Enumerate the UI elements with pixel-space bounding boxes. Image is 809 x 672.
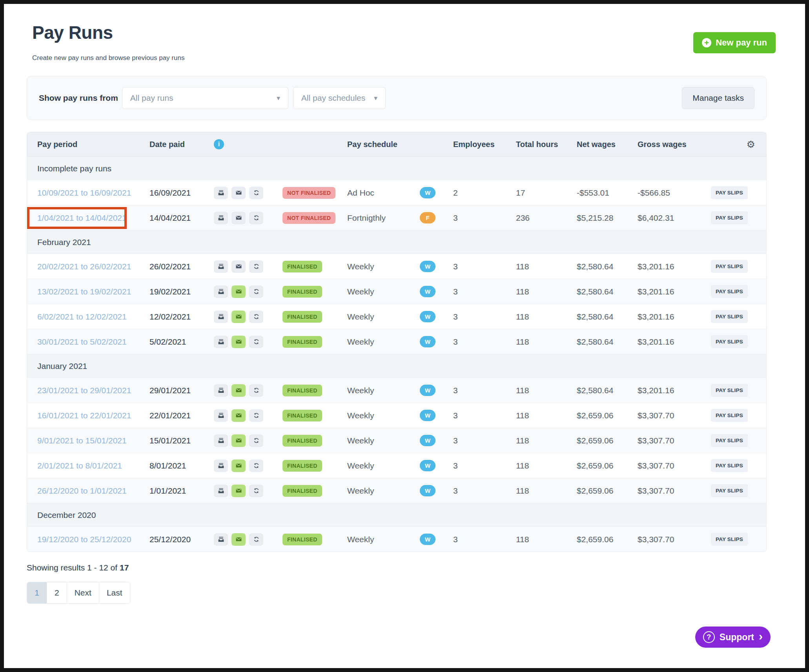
pay-slips-button[interactable]: PAY SLIPS <box>711 211 748 224</box>
refresh-icon[interactable] <box>249 311 263 323</box>
frequency-badge: W <box>420 385 435 396</box>
frequency-badge: W <box>420 187 435 198</box>
pay-period-link[interactable]: 2/01/2021 to 8/01/2021 <box>37 461 122 470</box>
refresh-icon[interactable] <box>249 384 263 397</box>
pay-period-link[interactable]: 26/12/2020 to 1/01/2021 <box>37 486 127 495</box>
support-button[interactable]: Support <box>695 627 771 648</box>
pagination-next-button[interactable]: Next <box>67 582 99 603</box>
print-icon[interactable] <box>214 187 228 199</box>
net-wages-value: $2,659.06 <box>577 436 638 445</box>
refresh-icon[interactable] <box>249 336 263 348</box>
table-row: 10/09/2021 to 16/09/2021 16/09/2021 NOT … <box>27 180 766 205</box>
refresh-icon[interactable] <box>249 187 263 199</box>
pagination-page-1[interactable]: 1 <box>27 582 47 603</box>
table-row: 19/12/2020 to 25/12/2020 25/12/2020 FINA… <box>27 527 766 552</box>
email-icon[interactable] <box>231 311 246 323</box>
print-icon[interactable] <box>214 336 228 348</box>
new-pay-run-button[interactable]: New pay run <box>693 32 776 53</box>
email-icon[interactable] <box>231 285 246 298</box>
email-icon[interactable] <box>231 187 246 199</box>
email-icon[interactable] <box>231 212 246 224</box>
pagination-page-2[interactable]: 2 <box>47 582 67 603</box>
pay-period-link[interactable]: 9/01/2021 to 15/01/2021 <box>37 436 127 445</box>
pay-period-link[interactable]: 16/01/2021 to 22/01/2021 <box>37 411 131 420</box>
print-icon[interactable] <box>214 311 228 323</box>
pay-period-link[interactable]: 23/01/2021 to 29/01/2021 <box>37 386 131 395</box>
pay-slips-button[interactable]: PAY SLIPS <box>711 186 748 199</box>
pay-runs-filter-dropdown[interactable]: All pay runs <box>122 87 288 109</box>
print-icon[interactable] <box>214 533 228 546</box>
manage-tasks-button[interactable]: Manage tasks <box>682 87 754 109</box>
pay-slips-button[interactable]: PAY SLIPS <box>711 310 748 323</box>
refresh-icon[interactable] <box>249 434 263 447</box>
pay-period-link[interactable]: 6/02/2021 to 12/02/2021 <box>37 312 127 321</box>
print-icon[interactable] <box>214 384 228 397</box>
question-mark-icon <box>703 631 715 643</box>
table-row: 23/01/2021 to 29/01/2021 29/01/2021 FINA… <box>27 378 766 403</box>
email-icon[interactable] <box>231 409 246 422</box>
section-january-2021: January 2021 <box>27 354 766 378</box>
print-icon[interactable] <box>214 212 228 224</box>
info-icon[interactable] <box>214 139 224 149</box>
pay-slips-button[interactable]: PAY SLIPS <box>711 434 748 447</box>
pay-slips-button[interactable]: PAY SLIPS <box>711 260 748 273</box>
print-icon[interactable] <box>214 285 228 298</box>
gross-wages-value: $3,307.70 <box>638 535 711 544</box>
pay-slips-button[interactable]: PAY SLIPS <box>711 384 748 397</box>
pay-runs-filter-value: All pay runs <box>130 93 173 103</box>
print-icon[interactable] <box>214 409 228 422</box>
email-icon[interactable] <box>231 260 246 273</box>
pay-slips-button[interactable]: PAY SLIPS <box>711 484 748 497</box>
pagination-last-button[interactable]: Last <box>99 582 130 603</box>
employees-value: 3 <box>453 337 516 347</box>
email-icon[interactable] <box>231 336 246 348</box>
status-badge: NOT FINALISED <box>282 212 335 224</box>
email-icon[interactable] <box>231 485 246 497</box>
email-icon[interactable] <box>231 533 246 546</box>
page-content: Pay Runs Create new pay runs and browse … <box>4 4 790 604</box>
gross-wages-value: $3,307.70 <box>638 461 711 470</box>
pay-slips-button[interactable]: PAY SLIPS <box>711 459 748 472</box>
pay-slips-button[interactable]: PAY SLIPS <box>711 285 748 298</box>
print-icon[interactable] <box>214 460 228 472</box>
pay-schedule-value: Weekly <box>347 262 420 271</box>
total-hours-value: 118 <box>516 436 577 445</box>
pay-slips-button[interactable]: PAY SLIPS <box>711 409 748 422</box>
print-icon[interactable] <box>214 485 228 497</box>
date-paid-value: 19/02/2021 <box>149 287 214 296</box>
status-badge: FINALISED <box>282 460 322 472</box>
email-icon[interactable] <box>231 384 246 397</box>
pay-period-link[interactable]: 13/02/2021 to 19/02/2021 <box>37 287 131 296</box>
employees-value: 3 <box>453 535 516 544</box>
date-paid-value: 29/01/2021 <box>149 386 214 395</box>
pay-slips-button[interactable]: PAY SLIPS <box>711 533 748 546</box>
filter-bar: Show pay runs from All pay runs All pay … <box>27 76 767 120</box>
pay-period-link[interactable]: 1/04/2021 to 14/04/2021 <box>37 213 127 222</box>
print-icon[interactable] <box>214 260 228 273</box>
gear-icon[interactable] <box>747 139 766 150</box>
pay-period-link[interactable]: 19/12/2020 to 25/12/2020 <box>37 535 131 544</box>
col-employees: Employees <box>453 140 516 149</box>
pay-period-link[interactable]: 10/09/2021 to 16/09/2021 <box>37 188 131 197</box>
email-icon[interactable] <box>231 460 246 472</box>
print-icon[interactable] <box>214 434 228 447</box>
refresh-icon[interactable] <box>249 260 263 273</box>
refresh-icon[interactable] <box>249 460 263 472</box>
refresh-icon[interactable] <box>249 285 263 298</box>
results-total: 17 <box>120 563 129 572</box>
net-wages-value: $2,659.06 <box>577 486 638 496</box>
refresh-icon[interactable] <box>249 485 263 497</box>
pay-runs-table: Pay period Date paid Pay schedule Employ… <box>27 132 767 552</box>
caret-down-icon <box>277 94 280 102</box>
pay-period-link[interactable]: 30/01/2021 to 5/02/2021 <box>37 337 127 346</box>
pay-schedules-filter-dropdown[interactable]: All pay schedules <box>293 87 386 109</box>
pay-slips-button[interactable]: PAY SLIPS <box>711 335 748 348</box>
refresh-icon[interactable] <box>249 212 263 224</box>
gross-wages-value: $3,307.70 <box>638 486 711 496</box>
refresh-icon[interactable] <box>249 533 263 546</box>
pay-schedule-value: Weekly <box>347 486 420 496</box>
pay-period-link[interactable]: 20/02/2021 to 26/02/2021 <box>37 262 131 271</box>
email-icon[interactable] <box>231 434 246 447</box>
status-badge: FINALISED <box>282 336 322 348</box>
refresh-icon[interactable] <box>249 409 263 422</box>
